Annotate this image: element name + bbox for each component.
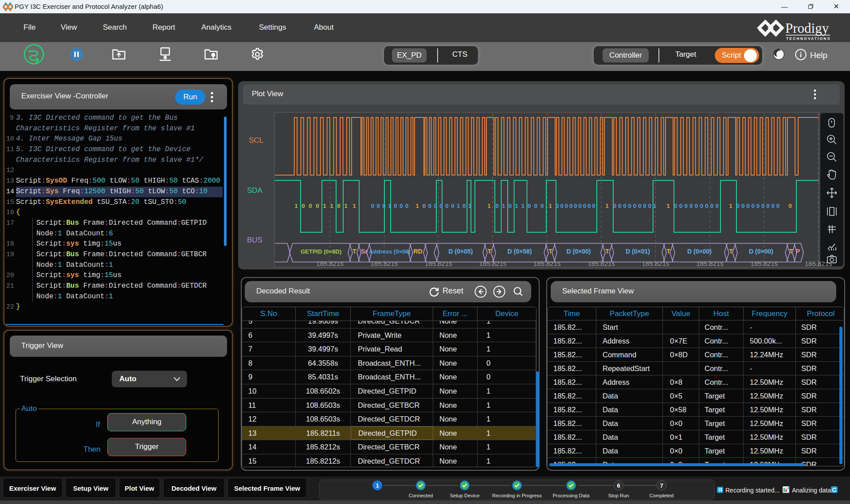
svg-text:0: 0 [771, 203, 775, 209]
svg-text:0: 0 [756, 203, 760, 209]
svg-text:1: 1 [521, 203, 525, 209]
svg-text:0: 0 [679, 203, 683, 209]
svg-text:D (0×00): D (0×00) [567, 248, 591, 255]
svg-text:0: 0 [565, 203, 568, 209]
svg-text:1: 1 [487, 203, 491, 209]
svg-text:0: 0 [583, 203, 587, 209]
svg-text:SCL: SCL [249, 136, 263, 145]
svg-text:1: 1 [388, 203, 392, 209]
svg-text:0: 0 [588, 203, 591, 209]
svg-text:P: P [796, 248, 800, 255]
svg-text:0: 0 [705, 203, 709, 209]
svg-text:Address (0×08): Address (0×08) [369, 248, 411, 255]
svg-text:D (0×05): D (0×05) [449, 248, 473, 255]
svg-text:0: 0 [508, 203, 512, 209]
svg-text:0: 0 [788, 203, 792, 209]
svg-text:0: 0 [741, 203, 745, 209]
svg-text:T: T [666, 248, 670, 255]
svg-text:0: 0 [700, 203, 703, 209]
svg-text:Prodigy: Prodigy [785, 20, 829, 36]
svg-text:0: 0 [776, 203, 780, 209]
svg-text:0: 0 [495, 203, 499, 209]
svg-text:0: 0 [638, 203, 642, 209]
svg-text:0: 0 [578, 203, 582, 209]
svg-text:0: 0 [423, 203, 426, 209]
svg-text:0: 0 [400, 203, 403, 209]
svg-text:1: 1 [729, 203, 732, 209]
svg-text:0: 0 [434, 203, 437, 209]
svg-text:0: 0 [715, 203, 719, 209]
svg-text:0: 0 [736, 203, 740, 209]
svg-text:185.821s: 185.821s [479, 260, 506, 267]
svg-text:185.821s: 185.821s [642, 260, 670, 267]
svg-text:1: 1 [605, 203, 609, 209]
svg-text:0: 0 [746, 203, 750, 209]
svg-text:1: 1 [376, 482, 379, 489]
svg-text:0: 0 [689, 203, 693, 209]
svg-text:T: T [353, 248, 356, 255]
svg-text:0: 0 [628, 203, 632, 209]
svg-text:0: 0 [684, 203, 688, 209]
svg-text:Setup Device: Setup Device [450, 493, 479, 498]
svg-text:0: 0 [534, 203, 537, 209]
svg-text:6: 6 [617, 482, 620, 489]
svg-text:1: 1 [294, 203, 298, 209]
svg-text:0: 0 [394, 203, 397, 209]
svg-text:0: 0 [766, 203, 770, 209]
svg-text:1: 1 [353, 203, 356, 209]
svg-text:0: 0 [371, 203, 375, 209]
svg-text:T: T [487, 248, 491, 255]
svg-text:1: 1 [323, 203, 326, 209]
svg-text:0: 0 [451, 203, 454, 209]
svg-text:0: 0 [382, 203, 386, 209]
svg-text:7: 7 [660, 482, 663, 489]
svg-text:Recording in Progress: Recording in Progress [492, 493, 542, 498]
svg-text:GETPID (0×8D): GETPID (0×8D) [301, 248, 341, 255]
svg-text:0: 0 [541, 203, 544, 209]
svg-text:0: 0 [560, 203, 564, 209]
svg-text:Processing Data: Processing Data [553, 493, 590, 498]
svg-text:1: 1 [468, 203, 472, 209]
svg-text:0: 0 [439, 203, 443, 209]
svg-text:D (0×00): D (0×00) [749, 248, 773, 255]
svg-text:T: T [729, 248, 733, 255]
svg-text:0: 0 [648, 203, 651, 209]
svg-text:0: 0 [405, 203, 409, 209]
svg-text:0: 0 [302, 203, 305, 209]
svg-text:0: 0 [592, 203, 595, 209]
svg-text:0: 0 [643, 203, 646, 209]
svg-text:RD: RD [413, 248, 422, 255]
svg-text:T: T [548, 248, 552, 255]
svg-text:0: 0 [618, 203, 622, 209]
svg-text:0: 0 [445, 203, 449, 209]
svg-text:185.821s: 185.821s [750, 260, 778, 267]
svg-text:0: 0 [695, 203, 698, 209]
svg-text:185.821s: 185.821s [316, 260, 344, 267]
svg-text:0: 0 [761, 203, 765, 209]
svg-text:0: 0 [613, 203, 617, 209]
svg-text:T: T [605, 248, 609, 255]
svg-text:D (0×58): D (0×58) [508, 248, 532, 255]
svg-text:0: 0 [316, 203, 319, 209]
svg-text:0: 0 [309, 203, 312, 209]
svg-text:0: 0 [556, 203, 559, 209]
svg-text:0: 0 [569, 203, 573, 209]
svg-text:0: 0 [462, 203, 466, 209]
svg-text:Completed: Completed [650, 493, 674, 498]
svg-text:185.821s: 185.821s [425, 260, 452, 267]
svg-text:1: 1 [344, 203, 348, 209]
svg-text:1: 1 [330, 203, 333, 209]
svg-text:0: 0 [377, 203, 380, 209]
svg-text:0: 0 [337, 203, 341, 209]
svg-text:SDA: SDA [247, 186, 263, 195]
svg-text:D (0×00): D (0×00) [687, 248, 712, 255]
svg-text:1: 1 [666, 203, 670, 209]
svg-text:185.821s: 185.821s [533, 260, 561, 267]
svg-text:185.821s: 185.821s [371, 260, 398, 267]
svg-text:1: 1 [415, 203, 419, 209]
svg-text:1: 1 [653, 203, 657, 209]
svg-text:BUS: BUS [247, 236, 262, 244]
svg-text:185.821s: 185.821s [588, 260, 615, 267]
svg-text:Connected: Connected [409, 493, 433, 498]
svg-text:0: 0 [574, 203, 577, 209]
